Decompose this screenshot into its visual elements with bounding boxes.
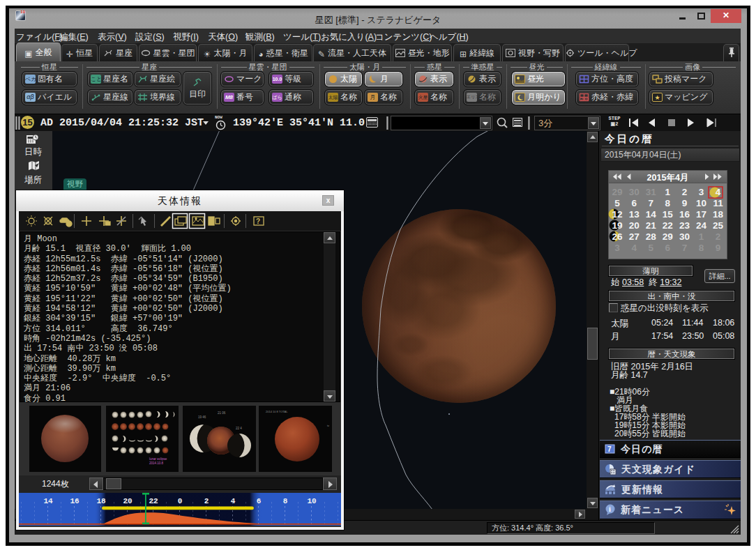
svg-text:6: 6 [257, 497, 262, 505]
svg-text:19 46: 19 46 [198, 415, 206, 419]
svg-text:lunar eclipse: lunar eclipse [149, 457, 167, 461]
svg-text:2014.10.8: 2014.10.8 [149, 461, 164, 465]
svg-text:?: ? [256, 217, 260, 225]
svg-text:2: 2 [204, 497, 209, 505]
svg-text:14: 14 [43, 497, 53, 505]
svg-text:22 4: 22 4 [236, 427, 242, 430]
svg-text:4: 4 [231, 497, 236, 505]
svg-text:10: 10 [307, 497, 316, 505]
svg-text:7: 7 [607, 445, 612, 453]
svg-text:18: 18 [96, 497, 106, 505]
svg-text:22: 22 [149, 497, 158, 505]
svg-text:21 06: 21 06 [218, 411, 226, 415]
svg-text:16: 16 [70, 497, 79, 505]
svg-text:0: 0 [178, 497, 183, 505]
svg-text:i: i [609, 505, 612, 513]
svg-text:2000: 2000 [581, 97, 589, 101]
svg-text:8: 8 [283, 497, 288, 505]
svg-text:20: 20 [123, 497, 132, 505]
